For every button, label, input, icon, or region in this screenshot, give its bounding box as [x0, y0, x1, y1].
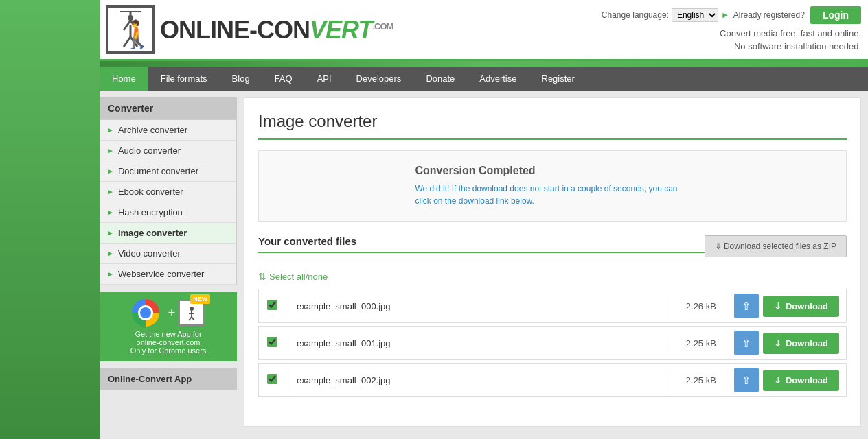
upload-button-1[interactable]: ⇧ — [734, 331, 759, 355]
nav-donate[interactable]: Donate — [413, 67, 467, 91]
left-green-bg — [0, 0, 100, 439]
sidebar-item-archive[interactable]: ► Archive converter — [100, 120, 236, 141]
oc-app-section: Online-Convert App — [100, 368, 237, 390]
nav-file-formats[interactable]: File formats — [148, 67, 220, 91]
nav-register[interactable]: Register — [529, 67, 587, 91]
file-row: example_small_001.jpg 2.25 kB ⇧ ⇓ Downlo… — [258, 326, 847, 360]
lang-arrow-icon: ► — [721, 10, 729, 20]
file-row: example_small_000.jpg 2.26 kB ⇧ ⇓ Downlo… — [258, 289, 847, 323]
nav-blog[interactable]: Blog — [220, 67, 262, 91]
upload-button-2[interactable]: ⇧ — [734, 368, 759, 392]
sidebar-item-hash[interactable]: ► Hash encryption — [100, 202, 236, 223]
file-check-input-2[interactable] — [267, 374, 277, 384]
conversion-complete-title: Conversion Completed — [415, 165, 690, 177]
file-check-input-0[interactable] — [267, 300, 277, 310]
sidebar-item-label: Document converter — [118, 166, 198, 176]
sidebar-arrow-icon: ► — [107, 229, 114, 237]
download-icon-1: ⇓ — [774, 338, 781, 348]
conversion-complete-inner: Conversion Completed We did it! If the d… — [415, 165, 690, 207]
download-button-2[interactable]: ⇓ Download — [763, 370, 839, 391]
select-all-button[interactable]: ⇅ Select all/none — [258, 271, 328, 282]
app-promo-text: Get the new App for online-convert.com O… — [106, 330, 230, 355]
sidebar-item-audio[interactable]: ► Audio converter — [100, 141, 236, 161]
body-wrapper: Converter ► Archive converter ► Audio co… — [100, 91, 868, 434]
svg-rect-0 — [120, 11, 141, 12]
sidebar-converter-header: Converter — [100, 97, 237, 119]
file-size-2: 2.25 kB — [665, 368, 727, 392]
download-label-2: Download — [786, 375, 828, 385]
file-check-input-1[interactable] — [267, 337, 277, 347]
sidebar-arrow-icon: ► — [107, 188, 114, 195]
download-label-1: Download — [786, 338, 828, 348]
header-right: Change language: English ► Already regis… — [602, 6, 861, 54]
file-name-0: example_small_000.jpg — [286, 294, 665, 318]
language-select[interactable]: English — [672, 8, 718, 22]
sidebar-arrow-icon: ► — [107, 167, 114, 175]
file-name-2: example_small_002.jpg — [286, 368, 665, 392]
sidebar-item-video[interactable]: ► Video converter — [100, 244, 236, 264]
download-button-1[interactable]: ⇓ Download — [763, 333, 839, 354]
file-row: example_small_002.jpg 2.25 kB ⇧ ⇓ Downlo… — [258, 363, 847, 397]
app-icon-box: NEW — [179, 300, 205, 326]
download-zip-button[interactable]: ⇓ Download selected files as ZIP — [705, 235, 847, 257]
sidebar-item-image[interactable]: ► Image converter — [100, 223, 236, 244]
svg-line-12 — [192, 317, 194, 320]
download-icon: ⇓ — [715, 241, 722, 251]
tagline-line2: No software installation needed. — [734, 41, 861, 51]
svg-text:🚶: 🚶 — [120, 18, 144, 49]
chrome-icon — [132, 299, 159, 327]
upload-icon-0: ⇧ — [742, 300, 751, 313]
logo-text: ONLINE-CONVERT.COM — [160, 15, 393, 45]
main-content: Image converter Conversion Completed We … — [244, 97, 861, 427]
green-band — [100, 61, 868, 67]
main-nav: Home File formats Blog FAQ API Developer… — [100, 67, 868, 91]
sidebar-item-document[interactable]: ► Document converter — [100, 161, 236, 182]
new-badge: NEW — [190, 294, 210, 304]
upload-icon-2: ⇧ — [742, 374, 751, 387]
plus-sign: + — [168, 306, 176, 320]
download-button-0[interactable]: ⇓ Download — [763, 296, 839, 317]
sidebar-item-label: Audio converter — [118, 145, 181, 156]
select-all-label: Select all/none — [269, 272, 328, 282]
download-label-0: Download — [786, 301, 828, 311]
sidebar-item-label: Webservice converter — [118, 269, 204, 279]
logo-box: 🚶 — [106, 5, 155, 54]
sidebar-item-webservice[interactable]: ► Webservice converter — [100, 264, 236, 285]
upload-button-0[interactable]: ⇧ — [734, 294, 759, 318]
tagline-line1: Convert media free, fast and online. — [720, 28, 861, 38]
file-checkbox-1[interactable] — [259, 330, 286, 356]
file-checkbox-2[interactable] — [259, 367, 286, 393]
files-header-row: ⇓ Download selected files as ZIP Your co… — [258, 235, 847, 264]
app-promo[interactable]: + NEW Get t — [100, 292, 237, 361]
sidebar-arrow-icon: ► — [107, 250, 114, 257]
logo-area: 🚶 ONLINE-CONVERT.COM — [100, 0, 400, 59]
tagline: Convert media free, fast and online. No … — [602, 27, 861, 54]
app-promo-inner: + NEW — [106, 299, 230, 327]
file-actions-0: ⇧ ⇓ Download — [727, 289, 846, 322]
file-checkbox-0[interactable] — [259, 293, 286, 319]
app-promo-line3: Only for Chrome users — [130, 346, 207, 355]
conversion-complete-text: We did it! If the download does not star… — [415, 182, 690, 207]
header: 🚶 ONLINE-CONVERT.COM Change language: En… — [100, 0, 868, 61]
login-button[interactable]: Login — [810, 6, 861, 24]
conversion-complete-box: Conversion Completed We did it! If the d… — [258, 150, 847, 222]
file-size-1: 2.25 kB — [665, 331, 727, 355]
sidebar-item-ebook[interactable]: ► Ebook converter — [100, 182, 236, 202]
nav-advertise[interactable]: Advertise — [467, 67, 529, 91]
logo-figure-icon: 🚶 — [117, 11, 144, 49]
nav-api[interactable]: API — [305, 67, 344, 91]
file-size-0: 2.26 kB — [665, 294, 727, 318]
sidebar-item-label: Video converter — [118, 248, 181, 259]
converted-files-section: ⇓ Download selected files as ZIP Your co… — [258, 235, 847, 397]
upload-icon-1: ⇧ — [742, 337, 751, 350]
nav-developers[interactable]: Developers — [344, 67, 414, 91]
oc-app-label: Online-Convert App — [108, 374, 192, 384]
file-actions-2: ⇧ ⇓ Download — [727, 364, 846, 396]
sidebar-arrow-icon: ► — [107, 126, 114, 134]
svg-point-9 — [190, 307, 194, 311]
file-name-1: example_small_001.jpg — [286, 331, 665, 355]
nav-home[interactable]: Home — [100, 67, 148, 91]
app-figure-icon — [183, 305, 200, 321]
download-icon-0: ⇓ — [774, 301, 781, 311]
nav-faq[interactable]: FAQ — [262, 67, 305, 91]
